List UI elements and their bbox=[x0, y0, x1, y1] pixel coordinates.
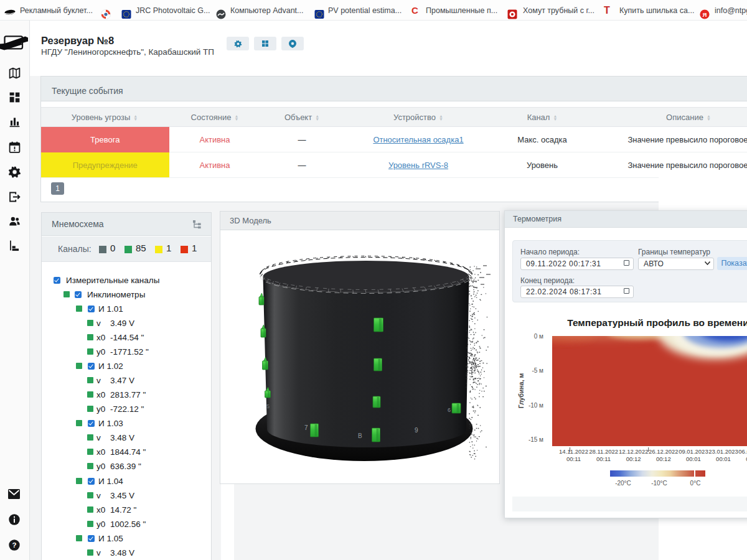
svg-text:5: 5 bbox=[266, 403, 270, 409]
svg-text:00:01: 00:01 bbox=[686, 455, 701, 462]
svg-text:В: В bbox=[358, 432, 362, 439]
svg-text:7: 7 bbox=[304, 424, 308, 431]
svg-text:0 м: 0 м bbox=[534, 333, 543, 340]
svg-text:00:01: 00:01 bbox=[716, 455, 731, 462]
svg-text:6: 6 bbox=[448, 407, 451, 413]
svg-text:26.12.2022: 26.12.2022 bbox=[649, 448, 679, 455]
svg-text:-10°C: -10°C bbox=[651, 480, 667, 487]
svg-text:?: ? bbox=[12, 541, 16, 549]
svg-text:-5 м: -5 м bbox=[532, 367, 543, 374]
svg-text:00:12: 00:12 bbox=[626, 455, 641, 462]
svg-text:06.02.2023: 06.02.2023 bbox=[738, 448, 747, 455]
svg-text:Глубина, м: Глубина, м bbox=[517, 373, 525, 409]
svg-text:-20°C: -20°C bbox=[615, 480, 631, 487]
svg-text:-10 м: -10 м bbox=[529, 402, 543, 409]
svg-text:12.12.2022: 12.12.2022 bbox=[619, 448, 649, 455]
svg-text:28.11.2022: 28.11.2022 bbox=[589, 448, 618, 455]
svg-text:0°C: 0°C bbox=[690, 480, 701, 487]
svg-text:-15 м: -15 м bbox=[529, 436, 543, 443]
svg-text:00:11: 00:11 bbox=[566, 455, 581, 462]
svg-text:Я: Я bbox=[703, 11, 707, 18]
svg-text:14.11.2022: 14.11.2022 bbox=[559, 448, 588, 455]
svg-text:Температурный профиль во време: Температурный профиль во времени bbox=[567, 317, 747, 328]
svg-text:09.01.2023: 09.01.2023 bbox=[679, 448, 708, 455]
svg-text:00:11: 00:11 bbox=[596, 455, 611, 462]
svg-text:9: 9 bbox=[415, 427, 418, 434]
svg-text:00:12: 00:12 bbox=[656, 455, 671, 462]
svg-text:23.01.2023: 23.01.2023 bbox=[708, 448, 738, 455]
